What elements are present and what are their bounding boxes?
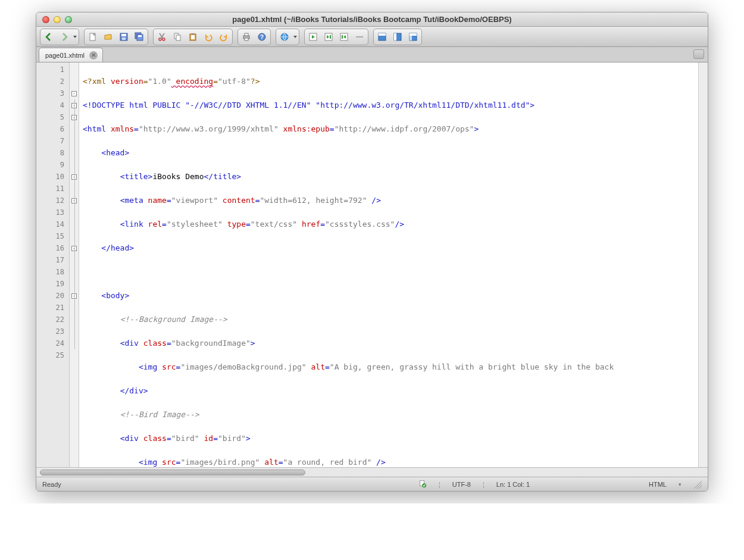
line-number[interactable]: 22 [36,314,69,326]
run-button-3[interactable] [337,30,351,43]
line-number[interactable]: 3 [36,87,69,99]
line-number[interactable]: 18 [36,266,69,278]
svg-rect-25 [356,36,363,37]
svg-rect-3 [122,37,126,40]
line-number-gutter: 1 2 3 4 5 6 7 8 9 10 11 12 13 14 15 16 1… [36,62,70,467]
line-number[interactable]: 2 [36,76,69,87]
copy-button[interactable] [170,30,185,43]
nav-history-group [40,29,79,45]
window-title: page01.xhtml (~/iBooks Tutorials/iBooks … [36,15,708,24]
cursor-position-indicator[interactable]: Ln: 1 Col: 1 [496,481,530,488]
line-number[interactable]: 9 [36,159,69,171]
help-button[interactable]: ? [255,30,269,43]
resize-grip[interactable] [693,480,702,489]
svg-rect-6 [138,35,142,37]
minimize-window-button[interactable] [54,16,61,23]
svg-rect-29 [394,33,396,40]
traffic-lights [36,16,72,23]
tab-close-button[interactable]: ✕ [89,51,98,60]
line-number[interactable]: 8 [36,147,69,159]
line-number[interactable]: 12 [36,195,69,207]
web-group [276,29,299,45]
save-button[interactable] [117,30,131,43]
line-number[interactable]: 25 [36,349,69,361]
language-mode-indicator[interactable]: HTML [649,481,667,488]
tab-overflow-button[interactable] [693,49,704,59]
status-separator: ¦ [483,481,484,488]
line-number[interactable]: 1 [36,64,69,76]
run-button-4[interactable] [352,30,367,43]
web-button[interactable] [277,30,292,43]
titlebar: page01.xhtml (~/iBooks Tutorials/iBooks … [36,12,708,27]
line-number[interactable]: 19 [36,278,69,290]
line-number[interactable]: 7 [36,135,69,147]
horizontal-scrollbar[interactable] [36,467,708,477]
line-number[interactable]: 17 [36,254,69,266]
svg-text:?: ? [260,34,264,40]
line-number[interactable]: 10 [36,171,69,183]
line-number[interactable]: 5 [36,111,69,123]
svg-rect-22 [330,35,331,39]
line-number[interactable]: 4 [36,99,69,111]
svg-rect-16 [245,38,248,40]
svg-rect-10 [176,35,180,40]
editor-window: page01.xhtml (~/iBooks Tutorials/iBooks … [36,12,708,492]
toolbar: ? [36,27,708,47]
svg-rect-12 [191,35,195,39]
layout-group [373,29,422,45]
svg-rect-32 [409,33,412,40]
line-number[interactable]: 20 [36,290,69,302]
layout-button-1[interactable] [375,30,389,43]
fold-gutter: - - - - - - - [70,62,79,467]
doc-group: ? [237,29,271,45]
new-file-button[interactable] [86,30,100,43]
line-number[interactable]: 21 [36,302,69,314]
language-dropdown-icon[interactable]: ▾ [679,481,682,487]
run-button-2[interactable] [321,30,336,43]
print-button[interactable] [239,30,254,43]
file-group [84,29,148,45]
sync-icon[interactable] [418,480,427,489]
file-tab[interactable]: page01.xhtml ✕ [39,48,103,62]
svg-rect-24 [342,35,343,39]
svg-rect-13 [192,33,194,35]
code-editor[interactable]: <?xml version="1.0" encoding="utf-8"?> <… [79,62,698,467]
line-number[interactable]: 24 [36,337,69,349]
line-number[interactable]: 6 [36,123,69,135]
tab-bar: page01.xhtml ✕ [36,47,708,62]
history-dropdown[interactable] [73,30,77,43]
edit-group [153,29,233,45]
status-bar: Ready ¦ UTF-8 ¦ Ln: 1 Col: 1 HTML ▾ [36,477,708,491]
tab-label: page01.xhtml [45,52,85,59]
encoding-indicator[interactable]: UTF-8 [452,481,471,488]
cut-button[interactable] [155,30,169,43]
forward-button[interactable] [57,30,71,43]
line-number[interactable]: 11 [36,183,69,195]
svg-rect-15 [245,33,248,36]
back-button[interactable] [42,30,56,43]
vertical-scrollbar[interactable] [698,62,708,467]
web-dropdown[interactable] [293,30,298,43]
zoom-window-button[interactable] [65,16,72,23]
status-message: Ready [42,481,61,488]
scrollbar-thumb[interactable] [40,470,305,475]
save-all-button[interactable] [132,30,146,43]
undo-button[interactable] [201,30,215,43]
editor-area: 1 2 3 4 5 6 7 8 9 10 11 12 13 14 15 16 1… [36,62,708,467]
paste-button[interactable] [186,30,200,43]
redo-button[interactable] [217,30,231,43]
run-button-1[interactable] [306,30,320,43]
layout-button-2[interactable] [390,30,405,43]
svg-rect-27 [379,33,386,36]
line-number[interactable]: 15 [36,230,69,242]
layout-button-3[interactable] [406,30,420,43]
run-group [304,29,368,45]
line-number[interactable]: 23 [36,326,69,337]
line-number[interactable]: 14 [36,218,69,230]
svg-rect-2 [121,34,126,36]
line-number[interactable]: 16 [36,242,69,254]
fold-toggle[interactable]: - [71,91,77,96]
open-file-button[interactable] [101,30,115,43]
line-number[interactable]: 13 [36,207,69,218]
close-window-button[interactable] [42,16,49,23]
